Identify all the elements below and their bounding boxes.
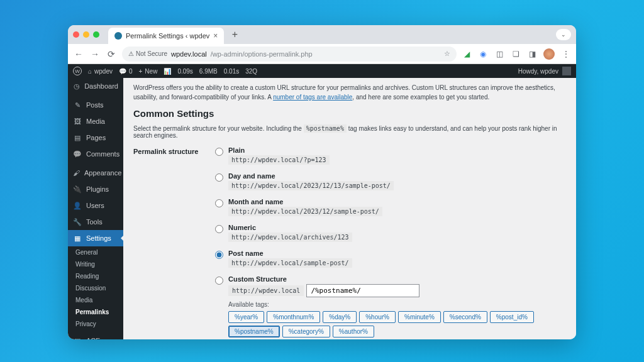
radio-monthname[interactable]	[215, 199, 223, 207]
extensions-icon[interactable]: ❏	[511, 49, 521, 59]
submenu-reading[interactable]: Reading	[68, 270, 123, 282]
menu-settings[interactable]: ▦Settings	[68, 230, 123, 246]
qm-queries[interactable]: 32Q	[245, 68, 257, 75]
radio-numeric[interactable]	[215, 225, 223, 233]
ext-icon-1[interactable]: ◢	[462, 49, 472, 59]
custom-structure-input[interactable]	[306, 284, 419, 297]
window-controls	[73, 31, 99, 38]
tag-button[interactable]: %monthnum%	[267, 311, 320, 323]
tag-button[interactable]: %second%	[443, 311, 487, 323]
reload-button[interactable]: ⟳	[106, 48, 117, 60]
intro-text: WordPress offers you the ability to crea…	[133, 83, 566, 102]
menu-icon[interactable]: ⋮	[561, 49, 571, 59]
tag-button[interactable]: %category%	[282, 326, 330, 337]
menu-acf[interactable]: ▣ACF	[68, 332, 123, 339]
available-tags-label: Available tags:	[228, 301, 566, 308]
wordpress-icon: W	[73, 67, 82, 75]
tag-button[interactable]: %year%	[228, 311, 264, 323]
submenu-privacy[interactable]: Privacy	[68, 318, 123, 330]
ext-icon-3[interactable]: ◫	[494, 49, 504, 59]
forward-button[interactable]: →	[89, 48, 101, 60]
new-button[interactable]: + New	[139, 68, 158, 75]
acf-icon: ▣	[73, 336, 82, 339]
tabs-dropdown-button[interactable]: ⌄	[556, 29, 571, 40]
back-button[interactable]: ←	[73, 48, 84, 60]
yoast-indicator[interactable]: 📊	[164, 68, 171, 75]
label-dayname: Day and name	[228, 172, 566, 180]
label-postname: Post name	[228, 250, 566, 257]
custom-prefix: http://wpdev.local	[228, 285, 304, 296]
tag-button[interactable]: %day%	[323, 311, 357, 323]
submenu-general[interactable]: General	[68, 246, 123, 258]
qm-time2[interactable]: 0.01s	[224, 68, 239, 75]
radio-postname[interactable]	[215, 251, 223, 259]
qm-time[interactable]: 0.09s	[177, 68, 192, 75]
security-badge: Not Secure	[128, 50, 167, 57]
common-desc: Select the permalink structure for your …	[133, 125, 566, 139]
code-postname: http://wpdev.local/sample-post/	[228, 258, 352, 268]
url-field[interactable]: Not Secure wpdev.local/wp-admin/options-…	[122, 47, 457, 62]
tag-button[interactable]: %hour%	[359, 311, 396, 323]
maximize-window-button[interactable]	[93, 31, 99, 38]
tab-title: Permalink Settings ‹ wpdev	[126, 32, 209, 40]
ext-icon-2[interactable]: ◉	[478, 49, 488, 59]
comments-count[interactable]: 💬 0	[119, 68, 133, 75]
new-tab-button[interactable]: +	[228, 28, 242, 41]
bookmark-icon[interactable]: ☆	[444, 50, 450, 58]
sidepanel-icon[interactable]: ◨	[527, 49, 537, 59]
menu-comments[interactable]: 💬Comments	[68, 146, 123, 162]
close-tab-icon[interactable]: ×	[213, 31, 218, 40]
tag-button[interactable]: %author%	[333, 326, 374, 337]
radio-plain[interactable]	[215, 148, 223, 156]
submenu-permalinks[interactable]: Permalinks	[68, 306, 123, 318]
howdy-text[interactable]: Howdy, wpdev	[518, 68, 558, 75]
custom-input-row: http://wpdev.local	[228, 284, 566, 297]
tag-button[interactable]: %minute%	[398, 311, 441, 323]
browser-tab[interactable]: Permalink Settings ‹ wpdev ×	[108, 28, 224, 44]
option-monthname: Month and name http://wpdev.local/2023/1…	[215, 198, 566, 221]
profile-avatar[interactable]	[543, 48, 555, 60]
minimize-window-button[interactable]	[83, 31, 89, 38]
settings-icon: ▦	[73, 234, 82, 243]
appearance-icon: 🖌	[73, 168, 80, 177]
label-monthname: Month and name	[228, 198, 566, 206]
favicon-icon	[114, 32, 122, 40]
menu-plugins[interactable]: 🔌Plugins	[68, 181, 123, 197]
tag-button[interactable]: %postname%	[228, 326, 280, 337]
permalink-options: Plain http://wpdev.local/?p=123 Day and …	[215, 146, 566, 339]
option-postname: Post name http://wpdev.local/sample-post…	[215, 250, 566, 273]
submenu-writing[interactable]: Writing	[68, 258, 123, 270]
browser-window: Permalink Settings ‹ wpdev × + ⌄ ← → ⟳ N…	[68, 25, 576, 339]
pages-icon: ▤	[73, 133, 82, 142]
qm-mem[interactable]: 6.9MB	[199, 68, 218, 75]
label-numeric: Numeric	[228, 224, 566, 231]
site-name[interactable]: ⌂ wpdev	[88, 68, 113, 75]
main-content: WordPress offers you the ability to crea…	[123, 78, 576, 339]
wp-logo[interactable]: W	[73, 67, 82, 75]
menu-media[interactable]: 🖾Media	[68, 113, 123, 129]
postname-tag-code: %postname%	[304, 124, 347, 133]
menu-dashboard[interactable]: ◷Dashboard	[68, 78, 123, 94]
code-numeric: http://wpdev.local/archives/123	[228, 233, 352, 242]
wp-admin: W ⌂ wpdev 💬 0 + New 📊 0.09s 6.9MB 0.01s …	[68, 64, 576, 339]
menu-tools[interactable]: 🔧Tools	[68, 214, 123, 230]
option-dayname: Day and name http://wpdev.local/2023/12/…	[215, 172, 566, 195]
permalink-structure-label: Permalink structure	[133, 146, 203, 155]
submenu-discussion[interactable]: Discussion	[68, 282, 123, 294]
submenu-media[interactable]: Media	[68, 294, 123, 306]
radio-custom[interactable]	[215, 277, 223, 285]
extension-icons: ◢ ◉ ◫ ❏ ◨ ⋮	[462, 48, 571, 60]
url-path: /wp-admin/options-permalink.php	[211, 50, 313, 58]
radio-dayname[interactable]	[215, 173, 223, 182]
user-avatar[interactable]	[562, 67, 571, 75]
tags-docs-link[interactable]: number of tags are available	[273, 94, 352, 101]
menu-users[interactable]: 👤Users	[68, 197, 123, 214]
menu-appearance[interactable]: 🖌Appearance	[68, 165, 123, 181]
comments-icon: 💬	[73, 150, 82, 158]
menu-posts[interactable]: ✎Posts	[68, 97, 123, 113]
close-window-button[interactable]	[73, 31, 79, 38]
users-icon: 👤	[73, 201, 82, 210]
tag-button[interactable]: %post_id%	[490, 311, 534, 323]
menu-pages[interactable]: ▤Pages	[68, 129, 123, 146]
dashboard-icon: ◷	[73, 82, 80, 90]
